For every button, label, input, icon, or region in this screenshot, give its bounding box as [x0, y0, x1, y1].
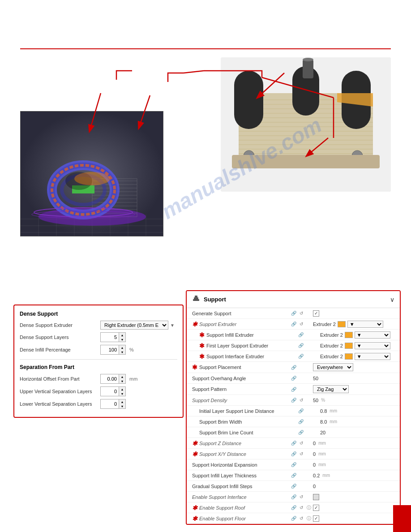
first-layer-select[interactable]: ▼: [355, 342, 390, 349]
lower-vertical-label: Lower Vertical Separation Layers: [20, 401, 100, 407]
support-placement-label: ✱ Support Placement: [192, 364, 291, 371]
support-extruder-label: ✱ Support Extruder: [192, 321, 291, 328]
gradual-icons: 🔗: [291, 483, 313, 489]
interface-extruder-text: Extruder 2: [320, 354, 343, 359]
horizontal-offset-up[interactable]: ▲: [119, 374, 125, 379]
link-icon-15[interactable]: 🔗: [291, 462, 297, 468]
upper-vertical-value[interactable]: [101, 388, 119, 395]
horizontal-offset-input[interactable]: ▲ ▼: [100, 374, 126, 384]
pattern-select[interactable]: Zig Zag: [313, 385, 349, 393]
floor-asterisk: ✱: [192, 515, 197, 522]
link-icon-19[interactable]: 🔗: [291, 505, 297, 511]
svg-rect-20: [303, 60, 313, 78]
reset-icon-18[interactable]: ↺: [298, 494, 304, 500]
support-brim-count-label: Support Brim Line Count: [199, 430, 298, 435]
dense-infill-percentage-up[interactable]: ▲: [119, 345, 125, 350]
link-icon-5[interactable]: 🔗: [298, 353, 304, 360]
reset-icon-20[interactable]: ↺: [298, 515, 304, 522]
xy-distance-asterisk: ✱: [192, 450, 197, 458]
dense-support-layers-input[interactable]: ▲ ▼: [100, 332, 126, 342]
enable-floor-checkbox[interactable]: ✓: [313, 515, 319, 522]
lower-vertical-input[interactable]: ▲ ▼: [100, 399, 126, 409]
floor-icons: 🔗 ↺ ⓘ: [291, 515, 313, 522]
overhang-angle-row: Support Overhang Angle 🔗 50: [187, 373, 400, 384]
link-icon[interactable]: 🔗: [291, 310, 297, 317]
horizontal-offset-down[interactable]: ▼: [119, 379, 125, 383]
lower-vertical-down[interactable]: ▼: [119, 404, 125, 408]
first-layer-text: Extruder 2: [320, 343, 343, 348]
link-icon-17[interactable]: 🔗: [291, 483, 297, 489]
support-extruder-select[interactable]: ▼: [347, 321, 383, 328]
horizontal-offset-row: Horizontal Offset From Part ▲ ▼ mm: [20, 374, 177, 384]
first-layer-extruder-row: ✱ First Layer Support Extruder 🔗 Extrude…: [187, 340, 400, 351]
dense-support-extruder-select[interactable]: Right Extruder (0.5mm E: [100, 321, 168, 330]
support-settings-panel: Support ∨ Generate Support 🔗 ↺ ✓ ✱ Suppo…: [186, 290, 401, 525]
generate-support-row: Generate Support 🔗 ↺ ✓: [187, 308, 400, 319]
reset-icon-9[interactable]: ↺: [298, 397, 304, 403]
info-icon-19[interactable]: ⓘ: [306, 505, 312, 511]
link-icon-18[interactable]: 🔗: [291, 494, 297, 500]
upper-vertical-up[interactable]: ▲: [119, 387, 125, 391]
brim-count-value: 20: [320, 430, 396, 435]
enable-roof-checkbox[interactable]: ✓: [313, 505, 319, 511]
support-infill-select[interactable]: ▼: [355, 331, 390, 339]
link-icon-12[interactable]: 🔗: [298, 429, 304, 436]
gradual-infill-row: Gradual Support Infill Steps 🔗 0: [187, 481, 400, 492]
dense-support-layers-down[interactable]: ▼: [119, 337, 125, 342]
xy-distance-icons: 🔗 ↺: [291, 451, 313, 457]
first-layer-asterisk: ✱: [199, 342, 205, 349]
placement-select[interactable]: Everywhere: [313, 363, 353, 371]
brim-count-text: 20: [320, 430, 325, 435]
support-density-text: Support Density: [192, 398, 227, 403]
link-icon-7[interactable]: 🔗: [291, 375, 297, 382]
overhang-angle-text: 50: [313, 376, 318, 381]
enable-interface-checkbox[interactable]: [313, 494, 319, 500]
dense-support-panel: Dense Support Dense Support Extruder Rig…: [13, 305, 184, 418]
support-infill-icons: 🔗: [298, 332, 320, 338]
horizontal-offset-label: Horizontal Offset From Part: [20, 376, 100, 382]
support-extruder-text-val: Extruder 2: [313, 322, 336, 327]
collapse-icon[interactable]: ∨: [390, 296, 394, 303]
link-icon-13[interactable]: 🔗: [291, 440, 297, 446]
reset-icon-2[interactable]: ↺: [298, 321, 304, 327]
reset-icon[interactable]: ↺: [298, 310, 304, 317]
link-icon-4[interactable]: 🔗: [298, 343, 304, 349]
info-icon-20[interactable]: ⓘ: [306, 515, 312, 522]
interface-extruder-select[interactable]: ▼: [355, 353, 390, 360]
dense-support-layers-value[interactable]: [101, 334, 119, 341]
link-icon-3[interactable]: 🔗: [298, 332, 304, 338]
dense-infill-percentage-input[interactable]: ▲ ▼: [100, 345, 126, 355]
lower-vertical-up[interactable]: ▲: [119, 399, 125, 404]
support-extruder-color[interactable]: [338, 321, 346, 327]
dense-infill-percentage-down[interactable]: ▼: [119, 350, 125, 354]
upper-vertical-down[interactable]: ▼: [119, 391, 125, 396]
link-icon-10[interactable]: 🔗: [298, 408, 304, 414]
first-layer-color[interactable]: [345, 343, 353, 349]
dense-support-layers-up[interactable]: ▲: [119, 333, 125, 337]
dense-infill-unit: %: [129, 347, 134, 352]
lower-vertical-value[interactable]: [101, 400, 119, 408]
density-icons: 🔗 ↺: [291, 397, 313, 403]
horizontal-offset-value[interactable]: [101, 375, 119, 382]
initial-layer-icons: 🔗: [298, 408, 320, 414]
dense-infill-percentage-value[interactable]: [101, 346, 119, 353]
reset-icon-19[interactable]: ↺: [298, 505, 304, 511]
reset-icon-14[interactable]: ↺: [298, 451, 304, 457]
generate-support-checkbox[interactable]: ✓: [313, 310, 319, 317]
link-icon-11[interactable]: 🔗: [298, 419, 304, 425]
link-icon-20[interactable]: 🔗: [291, 515, 297, 522]
link-icon-16[interactable]: 🔗: [291, 472, 297, 479]
support-infill-color[interactable]: [345, 332, 353, 338]
first-layer-extruder-label: ✱ First Layer Support Extruder: [199, 342, 298, 349]
link-icon-2[interactable]: 🔗: [291, 321, 297, 327]
link-icon-6[interactable]: 🔗: [291, 364, 297, 370]
link-icon-14[interactable]: 🔗: [291, 451, 297, 457]
support-horiz-expansion-row: Support Horizontal Expansion 🔗 0 mm: [187, 459, 400, 470]
top-divider: [20, 48, 391, 49]
upper-vertical-input[interactable]: ▲ ▼: [100, 386, 126, 396]
support-infill-text: Extruder 2: [320, 332, 343, 338]
link-icon-8[interactable]: 🔗: [291, 386, 297, 392]
interface-extruder-color[interactable]: [345, 353, 353, 360]
reset-icon-13[interactable]: ↺: [298, 440, 304, 446]
link-icon-9[interactable]: 🔗: [291, 397, 297, 403]
